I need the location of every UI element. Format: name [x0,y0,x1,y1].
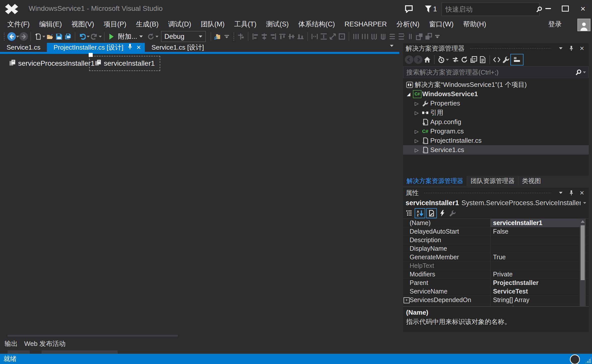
pane-drag-strip[interactable] [424,192,551,194]
properties-view-toggle[interactable] [426,208,437,218]
make-same-width-icon[interactable] [310,32,319,41]
refresh-dropdown-icon[interactable] [155,36,158,38]
menu-architecture[interactable]: 体系结构(C) [293,18,340,30]
space-vertical-icon[interactable] [406,32,415,41]
property-row[interactable]: Modifiers Private [403,270,589,279]
toolbar-overflow-icon[interactable] [224,35,229,38]
tab-team-explorer[interactable]: 团队资源管理器 [467,176,518,186]
open-file-icon[interactable] [45,32,54,41]
save-icon[interactable] [54,32,63,41]
tree-row-properties[interactable]: ▷ Properties [403,99,589,108]
menu-resharper[interactable]: RESHARPER [340,18,391,30]
events-icon[interactable] [438,209,447,218]
property-value[interactable] [490,244,580,253]
designer-horizontal-scrollbar[interactable] [8,335,178,337]
property-value[interactable]: Private [490,270,580,278]
navigate-forward-icon[interactable] [19,32,28,41]
pin-icon[interactable] [127,44,133,51]
expander-collapsed-icon[interactable]: ▷ [413,100,420,106]
scroll-up-icon[interactable] [581,220,585,223]
space-across-remove-icon[interactable] [379,32,388,41]
property-row[interactable]: + ServicesDependedOn String[] Array [403,296,589,304]
solution-explorer-header[interactable]: 解决方案资源管理器 × [403,43,589,53]
property-row[interactable]: GenerateMember True [403,253,589,262]
property-grid-scrollbar[interactable] [580,219,586,310]
quick-launch-input[interactable] [442,6,535,13]
property-row[interactable]: Parent ProjectInstaller [403,279,589,287]
align-tops-icon[interactable] [278,32,287,41]
layout-toolbar-overflow-icon[interactable] [435,35,440,38]
property-value[interactable]: ProjectInstaller [490,279,580,287]
close-pane-icon[interactable]: × [578,44,586,53]
size-to-grid-icon[interactable] [337,32,346,41]
search-options-dropdown-icon[interactable] [583,71,586,73]
tree-row-program[interactable]: ▷ C# Program.cs [403,127,589,136]
window-position-dropdown-icon[interactable] [556,189,565,197]
se-forward-icon[interactable] [414,55,423,64]
undo-dropdown-icon[interactable] [87,36,90,38]
menu-team[interactable]: 团队(M) [196,18,229,30]
collapse-all-icon[interactable] [469,55,478,64]
property-value[interactable]: False [490,227,580,236]
tree-row-service1[interactable]: ▷ Service1.cs [403,145,589,155]
navigate-back-dropdown-icon[interactable] [16,36,19,38]
preview-selected-items-icon[interactable] [478,55,487,64]
space-down-equal-icon[interactable] [388,32,397,41]
property-pages-icon[interactable] [448,209,457,218]
tree-row-appconfig[interactable]: App.config [403,117,589,127]
show-all-files-toggle[interactable] [510,54,523,65]
property-row[interactable]: DisplayName [403,244,589,253]
designer-surface[interactable]: serviceProcessInstaller1 serviceInstalle… [0,54,399,335]
property-row[interactable]: Description [403,236,589,244]
space-down-decrease-icon[interactable] [397,32,406,41]
home-icon[interactable] [423,55,432,64]
background-task-indicator-icon[interactable] [570,354,580,364]
toolbar-grip[interactable] [4,32,5,41]
expander-collapsed-icon[interactable]: ▷ [413,147,420,153]
tab-service1-cs[interactable]: Service1.cs [0,43,47,52]
categorized-icon[interactable] [405,209,414,218]
tab-class-view[interactable]: 类视图 [518,176,544,186]
tab-service1-design[interactable]: Service1.cs [设计] [145,43,210,52]
property-value[interactable] [490,236,580,244]
make-same-size-icon[interactable] [328,32,337,41]
tree-row-references[interactable]: ▷ 引用 [403,108,589,117]
tab-web-publish-activity[interactable]: Web 发布活动 [24,339,65,348]
sign-in-link[interactable]: 登录 [548,18,562,30]
tree-row-project[interactable]: ◢ C# WindowsService1 [403,89,589,99]
property-value[interactable]: String[] Array [490,296,580,304]
quick-launch-box[interactable] [441,3,540,16]
minimize-button[interactable] [541,2,555,15]
search-icon[interactable] [574,68,583,77]
attach-label[interactable]: 附加... [118,32,137,41]
bring-to-front-icon[interactable] [415,32,424,41]
space-across-increase-icon[interactable] [360,32,370,41]
navigate-back-icon[interactable] [7,32,16,41]
pin-icon[interactable] [567,44,576,53]
scrollbar-thumb[interactable] [581,225,585,280]
selection-handle[interactable] [89,53,93,57]
redo-dropdown-icon[interactable] [99,36,102,38]
pending-changes-filter-icon[interactable] [437,55,446,64]
maximize-button[interactable] [558,2,572,15]
property-row[interactable]: ServiceName ServiceTest [403,287,589,296]
send-to-back-icon[interactable] [424,32,433,41]
se-back-icon[interactable] [405,55,414,64]
property-value[interactable]: serviceInstaller1 [490,219,580,227]
sync-with-active-document-icon[interactable] [451,55,460,64]
menu-view[interactable]: 视图(V) [67,18,99,30]
view-code-icon[interactable] [492,55,501,64]
close-button[interactable]: × [576,2,590,15]
component-serviceprocessinstaller1[interactable]: serviceProcessInstaller1 [9,56,94,70]
property-row[interactable]: DelayedAutoStart False [403,227,589,236]
save-all-icon[interactable] [63,32,73,41]
tab-output[interactable]: 输出 [5,339,18,348]
align-rights-icon[interactable] [269,32,278,41]
selected-object-combo[interactable]: serviceInstaller1 System.ServiceProcess.… [403,198,589,208]
property-row[interactable]: HelpText [403,262,589,270]
user-avatar[interactable] [577,19,590,31]
space-across-decrease-icon[interactable] [370,32,379,41]
align-middles-icon[interactable] [287,32,296,41]
tab-projectinstaller-design[interactable]: ProjectInstaller.cs [设计] × [47,43,145,52]
menu-analyze[interactable]: 分析(N) [391,18,424,30]
